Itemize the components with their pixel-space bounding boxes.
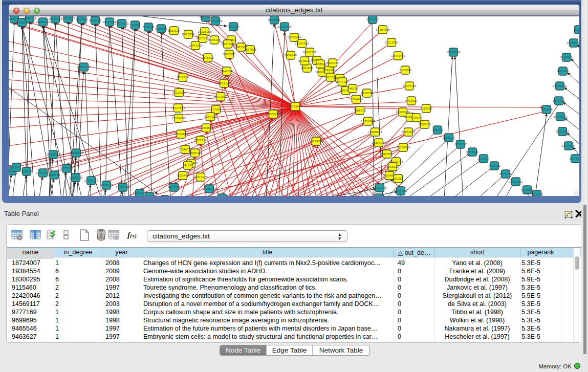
- svg-text:9474444: 9474444: [466, 150, 479, 154]
- svg-text:1615152: 1615152: [386, 165, 399, 168]
- svg-text:16671355: 16671355: [115, 22, 128, 25]
- svg-text:20691406: 20691406: [36, 20, 50, 24]
- svg-text:1362615: 1362615: [301, 67, 313, 70]
- svg-text:3875635: 3875635: [202, 56, 214, 59]
- svg-text:1638222: 1638222: [155, 27, 167, 30]
- svg-text:9699695: 9699695: [419, 123, 431, 126]
- svg-text:2718120: 2718120: [177, 76, 189, 79]
- svg-text:9498222: 9498222: [189, 151, 201, 155]
- svg-text:6679197: 6679197: [454, 143, 467, 146]
- svg-text:8267110: 8267110: [204, 115, 216, 118]
- svg-text:10107553: 10107553: [171, 106, 185, 110]
- svg-text:18724007: 18724007: [288, 105, 302, 108]
- svg-text:1527602: 1527602: [76, 18, 88, 21]
- svg-text:9777169: 9777169: [336, 80, 349, 83]
- svg-text:12213369: 12213369: [172, 91, 186, 94]
- svg-text:17016504: 17016504: [561, 144, 576, 147]
- svg-text:21364436: 21364436: [349, 98, 363, 101]
- svg-text:16648764: 16648764: [446, 51, 461, 54]
- svg-text:20053346: 20053346: [77, 65, 91, 69]
- svg-text:1145194: 1145194: [48, 173, 60, 177]
- svg-text:2087652: 2087652: [366, 18, 379, 21]
- svg-text:7615526: 7615526: [142, 26, 155, 29]
- svg-text:17654902: 17654902: [171, 117, 185, 120]
- svg-text:10653267: 10653267: [61, 17, 75, 20]
- svg-text:15226058: 15226058: [198, 30, 211, 33]
- svg-text:15720407: 15720407: [361, 120, 375, 123]
- svg-text:164095: 164095: [432, 128, 443, 132]
- svg-text:9129966: 9129966: [560, 56, 573, 59]
- svg-text:7485063: 7485063: [399, 69, 411, 72]
- svg-text:1588520: 1588520: [314, 62, 326, 65]
- svg-text:11123: 11123: [575, 28, 579, 31]
- svg-text:7386372: 7386372: [354, 109, 366, 112]
- svg-text:7857224: 7857224: [227, 25, 240, 28]
- svg-text:9327505: 9327505: [222, 42, 234, 46]
- svg-text:6794028: 6794028: [323, 69, 335, 72]
- svg-text:9327503: 9327503: [197, 37, 209, 40]
- svg-text:8912954: 8912954: [182, 33, 195, 36]
- svg-text:1156829: 1156829: [20, 170, 33, 173]
- svg-text:9318812: 9318812: [531, 193, 543, 196]
- svg-text:13325419: 13325419: [287, 36, 301, 39]
- svg-text:8938923: 8938923: [443, 136, 455, 139]
- svg-text:8186328: 8186328: [208, 38, 221, 41]
- svg-text:771231: 771231: [144, 195, 155, 196]
- svg-text:19218506: 19218506: [277, 25, 291, 28]
- svg-text:7632621: 7632621: [488, 164, 500, 167]
- svg-text:9463627: 9463627: [405, 99, 418, 102]
- svg-text:149044: 149044: [411, 116, 422, 119]
- svg-text:17957253: 17957253: [84, 179, 98, 182]
- svg-text:2935114: 2935114: [477, 157, 490, 160]
- svg-text:12505135: 12505135: [69, 176, 82, 179]
- svg-text:417006: 417006: [211, 108, 222, 111]
- svg-text:12353594: 12353594: [199, 126, 213, 129]
- svg-text:8878354: 8878354: [194, 139, 207, 142]
- svg-text:1167534: 1167534: [569, 157, 579, 160]
- svg-text:9146821: 9146821: [298, 59, 311, 62]
- svg-text:14136141: 14136141: [373, 186, 386, 189]
- svg-text:8813054: 8813054: [268, 18, 281, 21]
- svg-text:835061: 835061: [11, 166, 22, 169]
- svg-text:2867608: 2867608: [244, 48, 256, 51]
- svg-text:8322037: 8322037: [326, 61, 339, 64]
- svg-text:1244415: 1244415: [553, 99, 565, 102]
- svg-text:15751074: 15751074: [567, 41, 579, 45]
- svg-text:8813054: 8813054: [200, 16, 212, 19]
- svg-text:12093822: 12093822: [553, 84, 567, 87]
- svg-text:16782759: 16782759: [116, 186, 129, 189]
- svg-text:252254: 252254: [393, 177, 404, 180]
- svg-text:19384554: 19384554: [309, 140, 323, 143]
- svg-text:16543382: 16543382: [188, 44, 202, 47]
- svg-text:7625402: 7625402: [177, 174, 189, 177]
- svg-text:10654112: 10654112: [509, 180, 523, 183]
- svg-text:19654923: 19654923: [401, 130, 415, 134]
- svg-text:16914479: 16914479: [193, 176, 207, 179]
- svg-text:9084067: 9084067: [381, 152, 393, 156]
- svg-text:8160124: 8160124: [168, 29, 181, 32]
- svg-text:2803144: 2803144: [218, 82, 231, 85]
- svg-text:746266: 746266: [347, 87, 358, 90]
- svg-text:19166827: 19166827: [174, 133, 188, 136]
- svg-text:19756928: 19756928: [396, 146, 410, 149]
- svg-text:8454749: 8454749: [285, 54, 297, 57]
- svg-text:3215958: 3215958: [540, 108, 553, 111]
- svg-text:10975867: 10975867: [59, 167, 73, 170]
- svg-text:15716485: 15716485: [202, 187, 216, 190]
- svg-text:9115460: 9115460: [420, 107, 432, 110]
- svg-text:16940516: 16940516: [23, 17, 36, 20]
- svg-text:16210643: 16210643: [553, 115, 567, 118]
- svg-text:17359924: 17359924: [69, 151, 83, 155]
- svg-text:12975115: 12975115: [403, 84, 417, 87]
- svg-text:6466160: 6466160: [89, 19, 101, 22]
- svg-text:16033809: 16033809: [208, 19, 222, 23]
- svg-text:20206563: 20206563: [46, 153, 60, 156]
- svg-text:9227342: 9227342: [557, 70, 569, 73]
- svg-text:9245652: 9245652: [521, 188, 533, 191]
- svg-text:18640910: 18640910: [295, 42, 309, 45]
- svg-text:15692901: 15692901: [555, 130, 569, 133]
- svg-text:1733426: 1733426: [395, 189, 407, 192]
- svg-text:3624554: 3624554: [361, 92, 374, 95]
- svg-text:17046766: 17046766: [178, 148, 192, 151]
- svg-text:751552: 751552: [130, 24, 141, 27]
